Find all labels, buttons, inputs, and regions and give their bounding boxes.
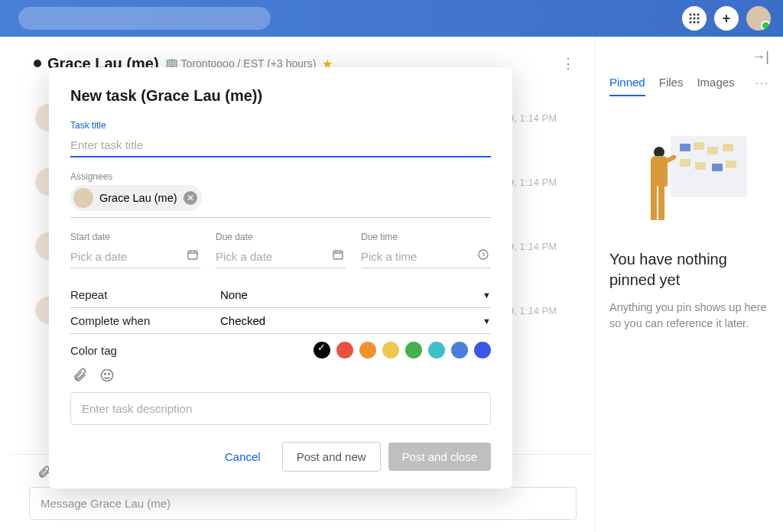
color-swatch-yellow[interactable] [382, 342, 399, 358]
empty-illustration [632, 131, 747, 231]
dates-row: Start date Due date Due time [70, 232, 491, 268]
task-title-input[interactable] [70, 134, 491, 157]
svg-point-8 [697, 21, 700, 24]
message-input[interactable]: Message Grace Lau (me) [29, 487, 577, 520]
start-date-input[interactable] [70, 245, 200, 268]
chevron-down-icon: ▼ [482, 290, 491, 300]
new-task-modal: New task (Grace Lau (me)) Task title Ass… [49, 67, 512, 488]
svg-point-22 [105, 374, 106, 375]
post-and-close-button[interactable]: Post and close [388, 443, 491, 471]
tab-more-icon[interactable]: ··· [755, 76, 769, 96]
color-swatch-green[interactable] [405, 342, 422, 358]
presence-dot [34, 60, 41, 67]
calendar-icon[interactable] [332, 248, 344, 261]
assignee-avatar [73, 188, 93, 208]
emoji-icon[interactable] [99, 368, 115, 383]
modal-title: New task (Grace Lau (me)) [70, 87, 491, 105]
start-date-label: Start date [70, 232, 200, 242]
svg-rect-18 [188, 251, 197, 259]
color-tag-row: Color tag [70, 334, 491, 362]
attachment-row [70, 362, 491, 392]
chevron-down-icon: ▼ [482, 316, 491, 326]
panel-top: →| [609, 49, 769, 65]
task-title-section: Task title [70, 120, 491, 157]
complete-when-label: Complete when [70, 314, 220, 327]
assignees-label: Assignees [70, 171, 491, 182]
due-time-input[interactable] [361, 245, 491, 268]
svg-point-4 [694, 18, 696, 20]
svg-point-3 [690, 18, 692, 20]
tab-pinned[interactable]: Pinned [609, 76, 645, 96]
repeat-value: None [220, 288, 482, 301]
empty-title: You have nothing pinned yet [609, 249, 769, 290]
assignee-chip: Grace Lau (me) ✕ [70, 185, 202, 211]
color-swatch-black[interactable] [314, 342, 330, 358]
due-time-label: Due time [361, 232, 491, 242]
svg-point-6 [690, 21, 692, 24]
right-panel: →| Pinned Files Images ··· You have noth… [595, 37, 783, 532]
complete-when-row[interactable]: Complete when Checked ▼ [70, 308, 491, 334]
assignee-name: Grace Lau (me) [99, 192, 177, 204]
svg-point-21 [102, 370, 113, 381]
task-title-label: Task title [70, 120, 491, 131]
color-swatch-red[interactable] [336, 342, 353, 358]
search-input[interactable] [18, 7, 271, 30]
svg-point-0 [690, 14, 692, 16]
color-tag-label: Color tag [70, 344, 220, 357]
assignees-section: Assignees Grace Lau (me) ✕ [70, 171, 491, 218]
svg-point-23 [109, 374, 110, 375]
description-input[interactable] [70, 392, 491, 425]
empty-subtitle: Anything you pin shows up here so you ca… [609, 300, 769, 332]
more-options-icon[interactable]: ⋮ [555, 52, 581, 75]
color-swatch-orange[interactable] [359, 342, 376, 358]
topbar-actions: + [682, 6, 771, 31]
svg-rect-19 [333, 251, 343, 259]
user-avatar[interactable] [746, 6, 771, 31]
clock-icon[interactable] [477, 248, 489, 261]
svg-point-5 [697, 18, 700, 20]
due-date-label: Due date [216, 232, 346, 242]
color-swatch-blue[interactable] [451, 342, 468, 358]
cancel-button[interactable]: Cancel [211, 443, 275, 471]
color-swatches [314, 342, 491, 358]
topbar: + [0, 0, 783, 37]
modal-actions: Cancel Post and new Post and close [70, 442, 491, 472]
tab-files[interactable]: Files [659, 76, 684, 96]
remove-assignee-icon[interactable]: ✕ [184, 191, 197, 205]
panel-tabs: Pinned Files Images ··· [609, 76, 769, 96]
color-swatch-indigo[interactable] [474, 342, 491, 358]
attach-icon[interactable] [72, 368, 87, 383]
post-and-new-button[interactable]: Post and new [282, 442, 381, 472]
dialpad-icon[interactable] [682, 6, 707, 31]
svg-point-1 [694, 14, 696, 16]
expand-icon[interactable]: →| [752, 49, 769, 65]
repeat-row[interactable]: Repeat None ▼ [70, 282, 491, 308]
left-rail [0, 37, 11, 532]
svg-point-2 [697, 14, 700, 16]
svg-point-7 [694, 21, 696, 24]
complete-when-value: Checked [220, 314, 482, 327]
repeat-label: Repeat [70, 288, 220, 301]
due-date-input[interactable] [216, 245, 346, 268]
color-swatch-teal[interactable] [428, 342, 445, 358]
tab-images[interactable]: Images [697, 76, 734, 96]
calendar-icon[interactable] [187, 248, 199, 261]
add-icon[interactable]: + [714, 6, 739, 31]
